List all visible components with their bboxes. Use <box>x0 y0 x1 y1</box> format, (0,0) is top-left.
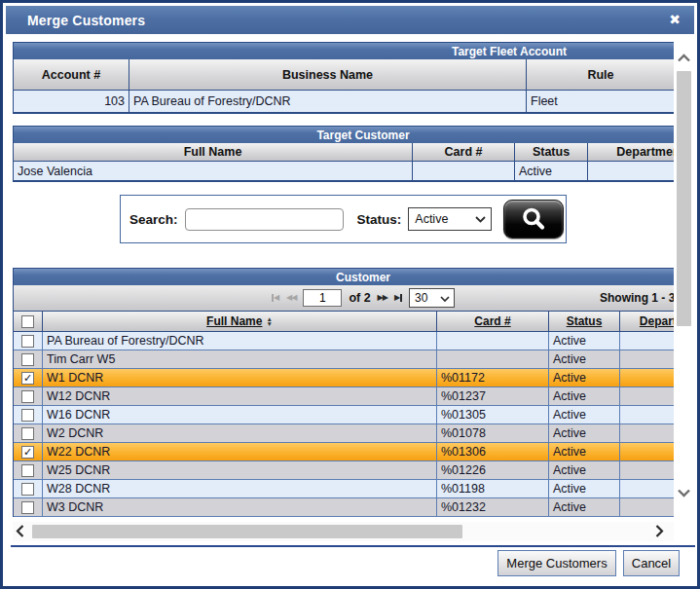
target-status-value: Active <box>514 162 587 180</box>
merge-customers-dialog: Merge Customers ✖ Target Fleet Account A… <box>0 0 700 589</box>
row-department <box>619 498 674 516</box>
row-checkbox[interactable] <box>21 483 34 496</box>
row-department <box>619 406 674 423</box>
chevron-down-icon <box>440 296 450 302</box>
row-status: Active <box>548 406 619 423</box>
horizontal-scrollbar-thumb[interactable] <box>32 525 462 538</box>
row-full-name: Tim Carr W5 <box>42 350 436 368</box>
table-row[interactable]: W12 DCNR %01237 Active <box>14 387 674 406</box>
row-full-name: W2 DCNR <box>42 424 436 442</box>
next-page-button[interactable]: ▶▶ <box>378 294 387 302</box>
row-checkbox[interactable]: ✓ <box>21 372 34 385</box>
row-checkbox[interactable] <box>21 409 34 422</box>
row-status: Active <box>548 332 619 350</box>
status-select-value: Active <box>415 212 448 226</box>
row-checkbox-cell <box>14 424 42 442</box>
customer-section-header: Customer <box>13 268 674 285</box>
row-department <box>619 332 674 350</box>
fleet-section-header: Target Fleet Account <box>13 42 674 59</box>
row-full-name: W3 DCNR <box>42 498 436 516</box>
row-checkbox[interactable]: ✓ <box>21 446 34 459</box>
row-checkbox[interactable] <box>21 464 34 477</box>
customer-section: Customer ◀ ◀◀ of 2 ▶▶ ▶ 30 <box>13 268 674 517</box>
row-checkbox[interactable] <box>21 353 34 366</box>
search-icon <box>520 206 547 232</box>
customer-col-card[interactable]: Card # <box>436 312 548 331</box>
fleet-rule-value: Fleet <box>526 91 674 112</box>
last-page-button[interactable]: ▶ <box>394 294 402 302</box>
row-checkbox-cell <box>14 480 42 497</box>
chevron-down-icon <box>475 216 486 223</box>
close-icon[interactable]: ✖ <box>669 11 681 28</box>
fleet-header-row: Account # Business Name Rule <box>14 59 674 91</box>
row-checkbox[interactable] <box>21 335 34 348</box>
scroll-left-icon[interactable] <box>16 524 24 538</box>
customer-col-status[interactable]: Status <box>548 312 619 331</box>
row-department <box>619 461 674 479</box>
page-number-input[interactable] <box>303 289 342 307</box>
previous-page-button[interactable]: ◀◀ <box>286 294 296 302</box>
pagination-bar: ◀ ◀◀ of 2 ▶▶ ▶ 30 Showing 1 - 30 <box>14 285 674 312</box>
fleet-col-business-name: Business Name <box>129 59 526 90</box>
target-customer-data-row: Jose Valencia Active <box>14 162 674 180</box>
fleet-col-rule: Rule <box>526 59 674 90</box>
first-page-button[interactable]: ◀ <box>272 294 279 302</box>
row-department <box>619 480 674 497</box>
table-row[interactable]: W28 DCNR %01198 Active <box>14 480 674 498</box>
scroll-right-icon[interactable] <box>655 524 664 538</box>
table-row-selected[interactable]: ✓ W22 DCNR %01306 Active <box>14 443 674 461</box>
row-card <box>436 332 548 350</box>
row-checkbox[interactable] <box>21 427 34 440</box>
table-row[interactable]: W16 DCNR %01305 Active <box>14 406 674 424</box>
row-checkbox[interactable] <box>21 390 34 403</box>
row-card: %01232 <box>436 498 548 516</box>
customer-col-department[interactable]: Departme <box>619 312 674 331</box>
merge-customers-button[interactable]: Merge Customers <box>497 550 616 576</box>
row-checkbox-cell <box>14 387 42 405</box>
row-checkbox-cell <box>14 461 42 479</box>
fleet-account-section: Target Fleet Account Account # Business … <box>13 42 674 114</box>
search-input[interactable] <box>185 208 344 231</box>
target-card-value <box>412 162 514 180</box>
table-row[interactable]: W2 DCNR %01078 Active <box>14 424 674 443</box>
row-status: Active <box>548 350 619 368</box>
select-all-checkbox[interactable] <box>21 315 34 328</box>
row-checkbox-cell <box>14 498 42 516</box>
status-select[interactable]: Active <box>408 207 492 231</box>
target-col-status: Status <box>514 143 587 161</box>
row-card: %01226 <box>436 461 548 479</box>
row-card: %01078 <box>436 424 548 442</box>
target-customer-header-row: Full Name Card # Status Department <box>14 143 674 162</box>
row-status: Active <box>548 498 619 516</box>
row-checkbox-cell: ✓ <box>14 369 42 387</box>
target-col-card: Card # <box>412 143 514 161</box>
row-checkbox-cell: ✓ <box>14 443 42 460</box>
page-size-select[interactable]: 30 <box>409 288 455 308</box>
row-card: %01306 <box>436 443 548 460</box>
row-card: %01172 <box>436 369 548 387</box>
table-row-selected[interactable]: ✓ W1 DCNR %01172 Active <box>14 369 674 387</box>
fleet-business-name-value: PA Bureau of Forestry/DCNR <box>129 91 526 112</box>
row-full-name: PA Bureau of Forestry/DCNR <box>42 332 436 350</box>
vertical-scrollbar[interactable] <box>676 44 692 501</box>
table-row[interactable]: W3 DCNR %01232 Active <box>14 498 674 517</box>
scroll-down-icon[interactable] <box>677 489 691 497</box>
row-status: Active <box>548 480 619 497</box>
vertical-scrollbar-thumb[interactable] <box>677 71 691 326</box>
search-button[interactable] <box>503 200 564 239</box>
fleet-data-row: 103 PA Bureau of Forestry/DCNR Fleet <box>14 91 674 112</box>
scroll-up-icon[interactable] <box>677 54 691 62</box>
dialog-title: Merge Customers <box>6 13 145 28</box>
footer-divider <box>11 545 695 547</box>
row-checkbox[interactable] <box>21 501 34 514</box>
table-row[interactable]: W25 DCNR %01226 Active <box>14 461 674 480</box>
customer-col-full-name[interactable]: Full Name▲▼ <box>42 312 436 331</box>
horizontal-scrollbar[interactable] <box>13 522 674 541</box>
table-row[interactable]: Tim Carr W5 Active <box>14 350 674 369</box>
cancel-button[interactable]: Cancel <box>623 550 680 576</box>
table-row[interactable]: PA Bureau of Forestry/DCNR Active <box>14 332 674 350</box>
target-col-full-name: Full Name <box>14 143 412 161</box>
row-full-name: W16 DCNR <box>42 406 436 423</box>
row-card: %01198 <box>436 480 548 497</box>
target-full-name-value: Jose Valencia <box>14 162 412 180</box>
